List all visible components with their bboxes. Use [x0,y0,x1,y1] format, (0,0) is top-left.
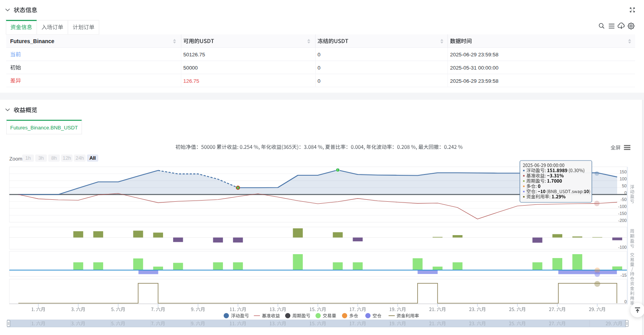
svg-text:-15: -15 [621,273,627,277]
svg-text:0: 0 [318,52,320,58]
svg-text:0: 0 [624,299,626,304]
svg-text:150: 150 [619,169,626,174]
svg-text:2025-05-31 00:00:00: 2025-05-31 00:00:00 [450,65,498,71]
svg-text:100: 100 [619,176,626,181]
svg-text:-100: -100 [618,204,626,209]
svg-text:24h: 24h [75,155,84,161]
svg-text:126.75: 126.75 [183,78,199,84]
svg-text:3h: 3h [38,155,44,161]
svg-text:1h: 1h [25,155,31,161]
svg-text:2025-06-29 23:59:58: 2025-06-29 23:59:58 [450,52,498,58]
svg-text:-150: -150 [618,211,626,216]
svg-text:0: 0 [318,65,320,71]
svg-text:-200: -200 [618,218,626,223]
svg-text:0: 0 [318,78,320,84]
svg-text:50: 50 [622,183,626,188]
svg-text:Zoom: Zoom [9,156,22,162]
svg-text:-100: -100 [618,245,626,250]
svg-text:50000: 50000 [183,65,198,71]
svg-text:-50: -50 [621,197,627,202]
svg-text:12h: 12h [63,155,71,161]
svg-text:Futures_Binance.BNB_USDT: Futures_Binance.BNB_USDT [10,125,78,131]
svg-text:All: All [89,155,96,161]
svg-text:2025-06-29 23:59:58: 2025-06-29 23:59:58 [450,78,498,84]
svg-text:50126.75: 50126.75 [183,52,205,58]
svg-text:8h: 8h [51,155,57,161]
svg-text:Futures_Binance: Futures_Binance [10,38,54,44]
